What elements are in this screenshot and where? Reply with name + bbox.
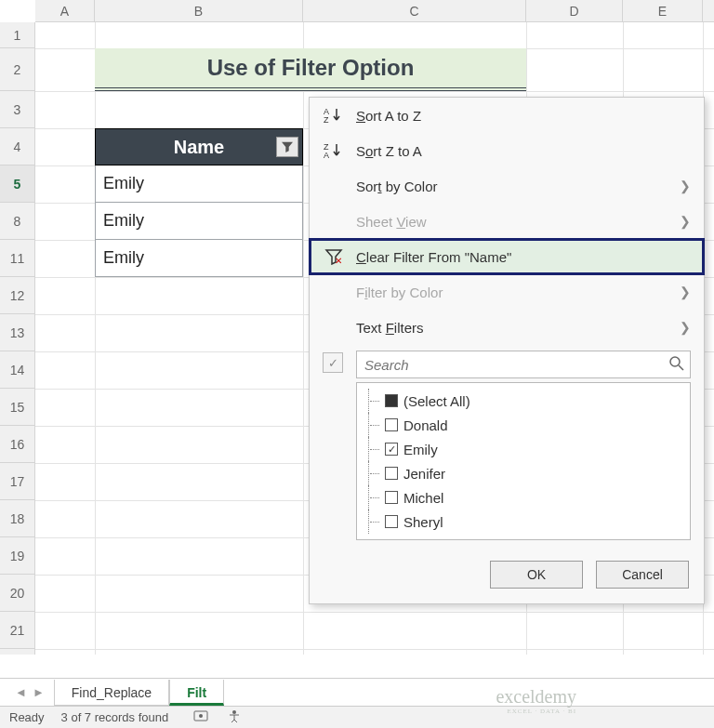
- row-head-3[interactable]: 3: [0, 91, 34, 128]
- row-head-14[interactable]: 14: [0, 351, 34, 389]
- col-head-B[interactable]: B: [95, 0, 303, 21]
- sort-za-item[interactable]: ZA Sort Z to A: [310, 133, 704, 168]
- sort-za-label: Sort Z to A: [356, 143, 422, 159]
- filter-values-list[interactable]: (Select All) Donald Emily Jenifer Michel…: [356, 382, 691, 540]
- row-head-17[interactable]: 17: [0, 463, 34, 500]
- sheet-view-label: Sheet View: [356, 214, 427, 230]
- col-head-E[interactable]: E: [623, 0, 703, 21]
- sort-az-label: Sort A to Z: [356, 108, 421, 124]
- status-bar: Ready 3 of 7 records found: [0, 706, 714, 728]
- row-head-12[interactable]: 12: [0, 277, 34, 314]
- svg-text:A: A: [324, 151, 329, 160]
- table-row[interactable]: Emily: [95, 203, 303, 240]
- filter-item-donald[interactable]: Donald: [368, 413, 682, 437]
- row-head-20[interactable]: 20: [0, 575, 34, 612]
- chevron-right-icon: ❯: [680, 179, 691, 193]
- row-head-11[interactable]: 11: [0, 240, 34, 277]
- row-headers: 1 2 3 4 5 8 11 12 13 14 15 16 17 18 19 2…: [0, 22, 35, 655]
- clear-filter-icon: ✕: [323, 248, 347, 265]
- checkbox-icon[interactable]: [385, 515, 398, 528]
- filter-menu: AZ Sort A to Z ZA Sort Z to A Sort by Co…: [309, 97, 705, 604]
- filter-item-label: Sheryl: [403, 514, 443, 530]
- filter-item-michel[interactable]: Michel: [368, 485, 682, 510]
- filter-item-emily[interactable]: Emily: [368, 437, 682, 461]
- filter-item-label: Emily: [403, 442, 438, 457]
- chevron-right-icon: ❯: [680, 320, 691, 335]
- watermark: exceldemy EXCEL · DATA · BI: [496, 686, 576, 715]
- row-head-21[interactable]: 21: [0, 612, 34, 649]
- funnel-icon: [281, 141, 294, 152]
- sort-za-icon: ZA: [323, 141, 347, 160]
- row-head-19[interactable]: 19: [0, 537, 34, 575]
- filter-dropdown-button[interactable]: [276, 137, 298, 157]
- filter-item-selectall[interactable]: (Select All): [368, 389, 682, 413]
- filter-item-label: (Select All): [403, 393, 470, 409]
- search-icon: [668, 355, 685, 375]
- table-row[interactable]: Emily: [95, 165, 303, 203]
- row-head-2[interactable]: 2: [0, 48, 34, 91]
- svg-point-8: [232, 710, 236, 714]
- sheet-tab-active[interactable]: Filt: [169, 680, 224, 706]
- cancel-button[interactable]: Cancel: [596, 561, 689, 589]
- filter-search-input[interactable]: [356, 351, 691, 378]
- table-header-label: Name: [174, 137, 224, 158]
- sort-color-label: Sort by Color: [356, 179, 438, 194]
- ok-button[interactable]: OK: [490, 561, 583, 589]
- filter-item-label: Donald: [403, 417, 448, 433]
- chevron-right-icon: ❯: [680, 214, 691, 229]
- checkbox-icon[interactable]: [385, 394, 398, 407]
- clear-filter-label: Clear Filter From "Name": [356, 249, 511, 265]
- clear-filter-item[interactable]: ✕ Clear Filter From "Name": [310, 239, 704, 274]
- status-state: Ready: [9, 710, 45, 724]
- svg-point-7: [199, 714, 203, 718]
- row-head-8[interactable]: 8: [0, 203, 34, 240]
- row-head-1[interactable]: 1: [0, 22, 34, 48]
- col-head-D[interactable]: D: [526, 0, 623, 21]
- sheet-view-item: Sheet View ❯: [310, 204, 704, 239]
- checkbox-icon[interactable]: [385, 443, 398, 456]
- filter-color-label: Filter by Color: [356, 285, 443, 300]
- checkbox-icon[interactable]: [385, 491, 398, 504]
- table-header-name[interactable]: Name: [95, 128, 303, 165]
- checkbox-icon[interactable]: [385, 467, 398, 480]
- svg-point-5: [670, 357, 680, 366]
- select-visible-check[interactable]: ✓: [323, 352, 343, 373]
- sort-az-icon: AZ: [323, 106, 347, 125]
- row-head-13[interactable]: 13: [0, 314, 34, 351]
- status-records: 3 of 7 records found: [61, 710, 169, 724]
- filter-item-label: Michel: [403, 490, 443, 506]
- row-head-15[interactable]: 15: [0, 389, 34, 426]
- row-head-18[interactable]: 18: [0, 500, 34, 537]
- svg-text:Z: Z: [324, 115, 329, 125]
- filter-item-label: Jenifer: [403, 466, 445, 482]
- sheet-tab-find-replace[interactable]: Find_Replace: [54, 680, 169, 706]
- filter-color-item: Filter by Color ❯: [310, 274, 704, 310]
- col-head-A[interactable]: A: [35, 0, 95, 21]
- tab-nav[interactable]: ◄ ►: [6, 685, 54, 699]
- record-macro-icon[interactable]: [192, 708, 209, 726]
- col-head-C[interactable]: C: [303, 0, 526, 21]
- table-row[interactable]: Emily: [95, 240, 303, 277]
- svg-text:✕: ✕: [335, 256, 342, 265]
- filter-item-jenifer[interactable]: Jenifer: [368, 461, 682, 485]
- sort-az-item[interactable]: AZ Sort A to Z: [310, 98, 704, 133]
- page-title: Use of Filter Option: [95, 48, 526, 91]
- tab-next-icon[interactable]: ►: [33, 685, 45, 699]
- checkbox-icon[interactable]: [385, 418, 398, 431]
- sort-color-item[interactable]: Sort by Color ❯: [310, 168, 704, 204]
- chevron-right-icon: ❯: [680, 285, 691, 299]
- row-head-5[interactable]: 5: [0, 165, 34, 203]
- column-headers: A B C D E: [35, 0, 714, 22]
- text-filters-item[interactable]: Text Filters ❯: [310, 310, 704, 345]
- tab-prev-icon[interactable]: ◄: [15, 685, 27, 699]
- row-head-16[interactable]: 16: [0, 426, 34, 463]
- text-filters-label: Text Filters: [356, 320, 424, 336]
- accessibility-icon[interactable]: [226, 708, 243, 726]
- filter-item-sheryl[interactable]: Sheryl: [368, 510, 682, 534]
- row-head-4[interactable]: 4: [0, 128, 34, 165]
- sheet-tab-bar: ◄ ► Find_Replace Filt: [0, 678, 714, 706]
